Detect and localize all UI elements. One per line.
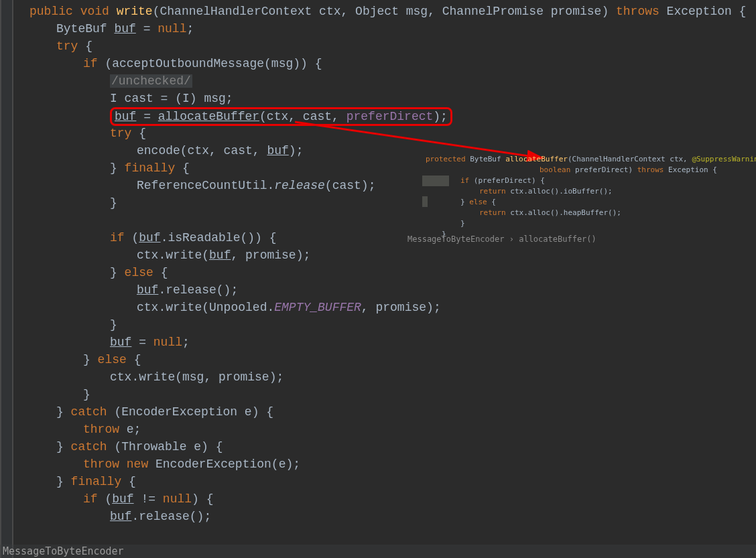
keyword: if bbox=[83, 492, 98, 506]
field: preferDirect bbox=[346, 110, 434, 123]
code-text: EncoderException(e); bbox=[148, 458, 300, 471]
highlighted-call[interactable]: buf = allocateBuffer(ctx, cast, preferDi… bbox=[110, 107, 452, 126]
keyword: finally bbox=[125, 161, 176, 175]
code-line[interactable]: throw new EncoderException(e); bbox=[16, 456, 756, 473]
variable: buf bbox=[209, 249, 231, 262]
code-line[interactable]: } catch (Throwable e) { bbox=[16, 438, 756, 456]
crumb-class[interactable]: MessageToByteEncoder bbox=[407, 234, 505, 244]
code-text: { bbox=[127, 353, 141, 366]
keyword: null bbox=[153, 336, 182, 349]
code-text: Exception { bbox=[659, 5, 747, 18]
keyword: catch bbox=[71, 405, 107, 419]
variable: buf bbox=[267, 144, 288, 157]
code-line[interactable]: buf = null; bbox=[16, 334, 756, 351]
constant: EMPTY_BUFFER bbox=[274, 301, 361, 314]
code-line[interactable]: if (buf != null) { bbox=[16, 490, 756, 508]
code-text: } bbox=[56, 475, 71, 488]
code-text: ctx.write(Unpooled. bbox=[137, 301, 274, 314]
code-text: encode(ctx, cast, bbox=[137, 144, 267, 157]
code-line[interactable]: } bbox=[16, 316, 756, 334]
code-line[interactable]: public void write(ChannelHandlerContext … bbox=[16, 3, 756, 20]
keyword: throws bbox=[616, 5, 659, 18]
inset-line: protected ByteBuf allocateBuffer(Channel… bbox=[412, 154, 754, 165]
crumb-method[interactable]: allocateBuffer() bbox=[519, 234, 596, 244]
keyword: else bbox=[98, 353, 127, 366]
code-text: ) { bbox=[192, 492, 213, 506]
bottom-breadcrumb[interactable]: MessageToByteEncoder bbox=[0, 545, 756, 558]
code-text: ( bbox=[125, 231, 139, 245]
code-text: } bbox=[110, 318, 117, 332]
method-call: allocateBuffer bbox=[158, 110, 259, 123]
code-text: (ctx, cast, bbox=[259, 110, 346, 123]
code-text: , promise); bbox=[231, 249, 310, 262]
keyword: catch bbox=[71, 440, 107, 454]
code-text: != bbox=[134, 492, 163, 506]
code-text: (ChannelHandlerContext ctx, Object msg, … bbox=[153, 5, 616, 18]
code-line[interactable]: } finally { bbox=[16, 473, 756, 490]
definition-popup[interactable]: protected ByteBuf allocateBuffer(Channel… bbox=[412, 154, 754, 240]
code-text: (Throwable e) { bbox=[107, 440, 223, 454]
code-line[interactable]: /unchecked/ bbox=[16, 72, 756, 90]
code-text: ( bbox=[98, 492, 113, 506]
inset-line: boolean preferDirect) throws Exception { bbox=[412, 165, 754, 176]
code-text: } bbox=[83, 388, 90, 401]
code-line[interactable]: try { bbox=[16, 125, 756, 142]
code-line[interactable]: if (acceptOutboundMessage(msg)) { bbox=[16, 55, 756, 72]
code-line[interactable]: buf.release(); bbox=[16, 281, 756, 299]
variable: buf bbox=[139, 231, 160, 245]
code-text: I cast = (I) msg; bbox=[110, 92, 233, 105]
keyword: try bbox=[110, 127, 131, 140]
keyword: null bbox=[158, 22, 186, 36]
code-text: ctx.write( bbox=[137, 249, 209, 262]
keyword: try bbox=[56, 40, 78, 53]
code-line[interactable]: ctx.write(Unpooled.EMPTY_BUFFER, promise… bbox=[16, 299, 756, 316]
code-text: { bbox=[131, 127, 146, 140]
code-text: , promise); bbox=[361, 301, 441, 314]
code-text: (acceptOutboundMessage(msg)) { bbox=[98, 57, 322, 70]
code-text: e; bbox=[119, 423, 141, 436]
code-text: = bbox=[136, 22, 158, 36]
inset-breadcrumb[interactable]: MessageToByteEncoder › allocateBuffer() bbox=[407, 234, 596, 244]
code-text: (EncoderException e) { bbox=[107, 405, 273, 419]
code-line[interactable]: buf.release(); bbox=[16, 508, 756, 525]
code-area[interactable]: public void write(ChannelHandlerContext … bbox=[13, 0, 756, 558]
code-text: } bbox=[110, 266, 125, 279]
keyword: if bbox=[110, 231, 125, 245]
code-text: { bbox=[153, 266, 168, 279]
keyword: null bbox=[163, 492, 192, 506]
code-text: ; bbox=[182, 336, 190, 349]
variable: buf bbox=[112, 492, 133, 506]
code-line[interactable]: try { bbox=[16, 38, 756, 55]
static-method: release bbox=[274, 179, 325, 192]
variable: buf bbox=[115, 110, 136, 123]
code-line[interactable]: throw e; bbox=[16, 421, 756, 438]
breadcrumb-class[interactable]: MessageToByteEncoder bbox=[3, 545, 124, 557]
keyword: if bbox=[83, 57, 98, 70]
code-text: { bbox=[175, 161, 190, 175]
code-line[interactable]: } else { bbox=[16, 264, 756, 281]
code-text: { bbox=[78, 40, 92, 53]
code-line[interactable]: ctx.write(msg, promise); bbox=[16, 368, 756, 386]
code-text: } bbox=[83, 353, 98, 366]
code-editor[interactable]: public void write(ChannelHandlerContext … bbox=[0, 0, 756, 558]
crumb-sep: › bbox=[505, 234, 519, 244]
code-text: ReferenceCountUtil. bbox=[137, 179, 274, 192]
code-line[interactable]: } catch (EncoderException e) { bbox=[16, 403, 756, 421]
code-text: = bbox=[136, 110, 158, 123]
code-text: ByteBuf bbox=[56, 22, 114, 36]
method-name: write bbox=[117, 5, 153, 18]
inset-line: } bbox=[412, 218, 754, 229]
variable: buf bbox=[114, 22, 135, 36]
code-line[interactable]: } bbox=[16, 386, 756, 403]
code-line[interactable]: buf = allocateBuffer(ctx, cast, preferDi… bbox=[16, 107, 756, 125]
keyword: throw bbox=[83, 423, 119, 436]
code-text: .isReadable()) { bbox=[161, 231, 277, 245]
keyword: finally bbox=[71, 475, 122, 488]
code-line[interactable]: ByteBuf buf = null; bbox=[16, 20, 756, 38]
code-line[interactable]: I cast = (I) msg; bbox=[16, 90, 756, 107]
code-text: } bbox=[110, 196, 117, 210]
code-text: .release(); bbox=[158, 283, 238, 297]
code-line[interactable]: } else { bbox=[16, 351, 756, 368]
inset-line: } else { bbox=[412, 197, 754, 208]
code-line[interactable]: ctx.write(buf, promise); bbox=[16, 247, 756, 264]
